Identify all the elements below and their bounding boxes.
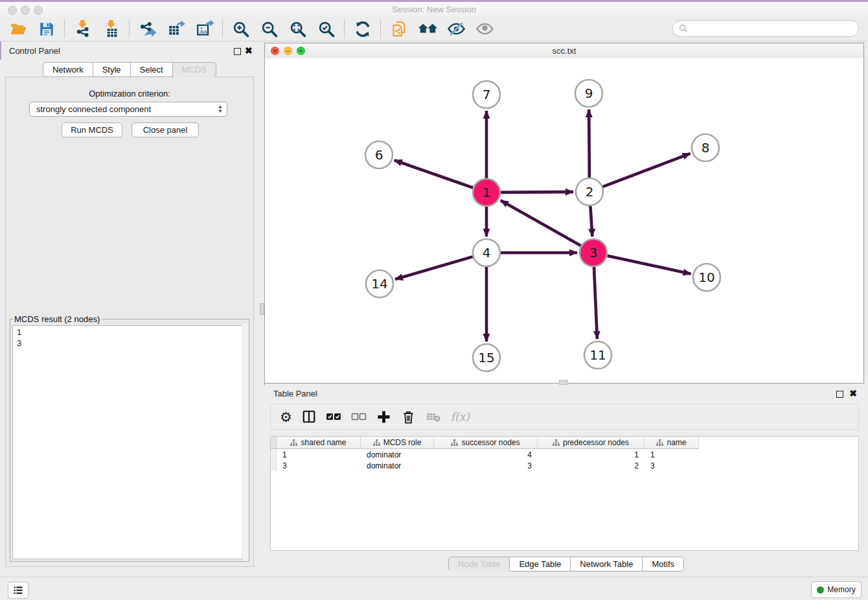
float-table-panel-icon[interactable] (836, 391, 843, 398)
run-mcds-button[interactable]: Run MCDS (62, 122, 122, 137)
zoom-selected-icon (317, 20, 336, 38)
memory-button[interactable]: Memory (811, 581, 862, 598)
row-gutter[interactable] (271, 449, 277, 460)
mcds-result-group: MCDS result (2 nodes) 1 3 (10, 314, 249, 562)
import-network-button[interactable] (69, 18, 97, 40)
column-header-predecessor-nodes[interactable]: predecessor nodes (538, 437, 645, 449)
criterion-dropdown[interactable]: strongly connected component ▲▼ (29, 102, 227, 117)
export-image-icon (196, 20, 214, 38)
edge-1-6[interactable] (394, 160, 474, 187)
zoom-selected-button[interactable] (312, 18, 341, 40)
unselect-all-columns-icon[interactable] (351, 409, 367, 424)
import-table-button[interactable] (97, 18, 126, 40)
node-label-10: 10 (698, 270, 714, 285)
export-table-button[interactable] (162, 18, 190, 40)
zoom-out-button[interactable] (255, 18, 284, 40)
save-session-button[interactable] (32, 18, 61, 40)
zoom-in-icon (232, 20, 250, 38)
search-box[interactable] (672, 20, 859, 37)
column-header-successor-nodes[interactable]: successor nodes (434, 437, 538, 449)
edge-3-1[interactable] (501, 200, 581, 246)
table-header-row: shared nameMCDS rolesuccessor nodesprede… (271, 437, 858, 449)
search-input[interactable] (689, 23, 858, 34)
open-session-button[interactable] (4, 18, 32, 40)
column-header-MCDS-role[interactable]: MCDS role (361, 437, 434, 449)
create-column-plus-icon[interactable] (376, 410, 391, 424)
export-image-button[interactable] (190, 18, 219, 40)
clone-network-button[interactable] (385, 18, 413, 40)
edge-1-2[interactable] (501, 192, 573, 192)
export-network-button[interactable] (133, 18, 162, 40)
node-label-2: 2 (586, 184, 594, 200)
table-panel: Table Panel ✖ ⚙ f(x (264, 386, 868, 577)
zoom-in-button[interactable] (227, 18, 255, 40)
tab-network[interactable]: Network (43, 62, 93, 77)
table-toolbar: ⚙ f(x) (270, 404, 859, 430)
row-gutter-header (271, 437, 277, 449)
cell-0-name[interactable]: 1 (645, 449, 699, 460)
network-window-titlebar[interactable]: ✕ − + scc.txt (265, 43, 863, 59)
cell-1-MCDS-role[interactable]: dominator (361, 460, 434, 471)
node-label-14: 14 (371, 276, 387, 292)
row-gutter[interactable] (271, 460, 277, 471)
close-panel-icon[interactable]: ✖ (245, 45, 253, 56)
mcds-result-title: MCDS result (2 nodes) (13, 314, 101, 324)
result-scrollbar[interactable] (242, 324, 249, 561)
task-history-button[interactable] (8, 582, 29, 599)
column-header-shared-name[interactable]: shared name (277, 437, 361, 449)
eye-icon (475, 19, 494, 38)
cell-1-successor-nodes[interactable]: 3 (434, 460, 538, 471)
table-tabs: Node Table Edge Table Network Table Moti… (264, 557, 868, 571)
tab-style[interactable]: Style (93, 62, 131, 77)
close-panel-button[interactable]: Close panel (131, 122, 199, 137)
tab-select[interactable]: Select (131, 62, 173, 77)
first-neighbors-button[interactable] (413, 18, 442, 40)
node-label-8: 8 (702, 140, 710, 156)
column-type-icon (553, 439, 560, 446)
tab-edge-table[interactable]: Edge Table (510, 557, 571, 571)
node-label-1: 1 (483, 185, 491, 200)
eye-slash-icon (447, 19, 466, 38)
mcds-result-list[interactable]: 1 3 (12, 325, 247, 559)
network-graph[interactable]: 7968124314101511 (265, 58, 863, 383)
node-label-9: 9 (585, 86, 593, 101)
delete-column-trash-icon[interactable] (401, 410, 416, 424)
control-panel-tabs: Network Style Select MCDS (0, 62, 259, 77)
show-all-button[interactable] (470, 18, 499, 40)
tab-motifs[interactable]: Motifs (643, 557, 684, 571)
two-houses-icon (418, 19, 437, 38)
edge-4-14[interactable] (395, 257, 473, 279)
edge-2-3[interactable] (590, 206, 592, 237)
cell-1-name[interactable]: 3 (645, 460, 699, 471)
edge-2-8[interactable] (603, 154, 691, 187)
cell-1-shared-name[interactable]: 3 (277, 460, 361, 471)
apply-layout-button[interactable] (348, 18, 377, 40)
cell-0-MCDS-role[interactable]: dominator (361, 449, 434, 460)
show-columns-icon[interactable] (302, 410, 316, 424)
tab-mcds[interactable]: MCDS (173, 62, 216, 77)
function-builder-icon: f(x) (451, 410, 470, 423)
table-settings-gear-icon[interactable]: ⚙ (280, 410, 292, 424)
cell-0-predecessor-nodes[interactable]: 1 (538, 449, 645, 460)
column-type-icon (290, 439, 297, 446)
close-table-panel-icon[interactable]: ✖ (849, 388, 857, 398)
node-label-15: 15 (478, 350, 494, 365)
edge-2-9[interactable] (589, 110, 589, 178)
cell-1-predecessor-nodes[interactable]: 2 (538, 460, 645, 471)
column-header-name[interactable]: name (645, 437, 699, 449)
float-panel-icon[interactable] (234, 48, 241, 55)
divider-grip[interactable] (260, 303, 264, 315)
network-canvas[interactable]: 7968124314101511 (265, 58, 863, 383)
edge-3-11[interactable] (594, 267, 597, 339)
zoom-fit-button[interactable] (284, 18, 312, 40)
cell-0-successor-nodes[interactable]: 4 (434, 449, 538, 460)
tab-network-table[interactable]: Network Table (571, 557, 643, 571)
tab-node-table[interactable]: Node Table (448, 557, 510, 571)
select-all-columns-icon[interactable] (326, 409, 341, 424)
canvas-scroll-thumb[interactable] (559, 380, 568, 385)
mcds-panel-body: Optimization criterion: strongly connect… (5, 76, 254, 567)
column-header-label: name (667, 438, 686, 447)
hide-selected-button[interactable] (442, 18, 470, 40)
edge-3-10[interactable] (607, 256, 691, 274)
cell-0-shared-name[interactable]: 1 (277, 449, 361, 460)
